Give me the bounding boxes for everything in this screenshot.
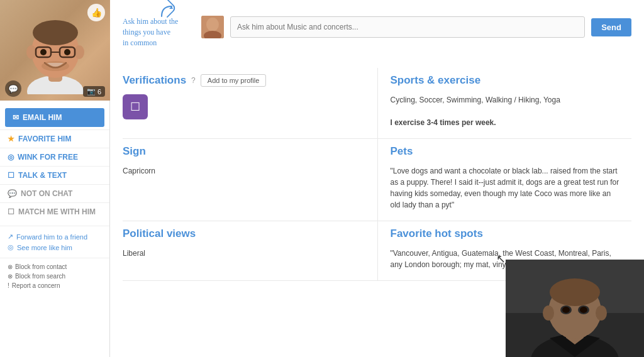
not-on-chat-button: 💬 NOT ON CHAT bbox=[0, 184, 109, 202]
photo-count[interactable]: 📷 6 bbox=[83, 86, 105, 97]
chat-bubble-icon: 💬 bbox=[5, 80, 21, 97]
svg-point-27 bbox=[580, 307, 587, 313]
political-content: Liberal bbox=[123, 248, 369, 259]
sign-section: Sign Capricorn bbox=[123, 139, 377, 221]
match-icon: ☐ bbox=[8, 207, 14, 216]
match-me-button: ☐ MATCH ME WITH HIM bbox=[0, 202, 109, 221]
svg-point-9 bbox=[40, 49, 47, 55]
political-section: Political views Liberal bbox=[123, 221, 377, 281]
verifications-header: Verifications ? Add to my profile bbox=[123, 74, 369, 87]
pets-section: Pets "Love dogs and want a chocolate or … bbox=[377, 139, 632, 221]
camera-feed bbox=[506, 260, 644, 357]
report-concern-link[interactable]: ! Report a concern bbox=[8, 281, 102, 290]
ask-avatar bbox=[201, 16, 224, 38]
sports-title: Sports & exercise bbox=[391, 74, 623, 87]
pets-title: Pets bbox=[391, 145, 623, 158]
profile-grid: Verifications ? Add to my profile ☐ Spor… bbox=[123, 68, 631, 281]
block-search-link[interactable]: ⊗ Block from search bbox=[8, 272, 102, 281]
star-icon: ★ bbox=[8, 135, 14, 143]
ask-section: Ask him about the things you have in com… bbox=[123, 6, 631, 57]
email-icon: ✉ bbox=[13, 113, 19, 122]
email-him-button[interactable]: ✉ EMAIL HIM bbox=[5, 108, 104, 127]
pets-content: "Love dogs and want a chocolate or black… bbox=[391, 165, 623, 211]
profile-photo[interactable]: 👍 💬 📷 6 bbox=[0, 0, 110, 101]
report-icon: ! bbox=[8, 282, 9, 289]
wink-icon: ◎ bbox=[8, 153, 14, 162]
ask-label: Ask him about the things you have in com… bbox=[123, 6, 195, 48]
block-contact-icon: ⊗ bbox=[8, 263, 13, 270]
svg-point-28 bbox=[550, 278, 600, 306]
ask-input[interactable] bbox=[230, 16, 585, 38]
sports-content: Cycling, Soccer, Swimming, Walking / Hik… bbox=[391, 94, 623, 128]
block-contact-link[interactable]: ⊗ Block from contact bbox=[8, 262, 102, 272]
sidebar-actions: ✉ EMAIL HIM ★ FAVORITE HIM ◎ WINK FOR FR… bbox=[0, 101, 109, 226]
wink-button[interactable]: ◎ WINK FOR FREE bbox=[0, 148, 109, 166]
svg-point-11 bbox=[42, 61, 69, 71]
svg-point-10 bbox=[64, 49, 70, 55]
verif-help-icon[interactable]: ? bbox=[191, 76, 196, 85]
talk-text-button[interactable]: ☐ TALK & TEXT bbox=[0, 166, 109, 184]
chat-off-icon: 💬 bbox=[8, 189, 17, 198]
svg-point-14 bbox=[206, 18, 219, 31]
sign-content: Capricorn bbox=[123, 165, 369, 177]
add-to-profile-button[interactable]: Add to my profile bbox=[201, 74, 267, 87]
sign-title: Sign bbox=[123, 145, 369, 158]
forward-icon: ↗ bbox=[8, 233, 13, 241]
svg-point-22 bbox=[543, 305, 554, 321]
favorite-him-button[interactable]: ★ FAVORITE HIM bbox=[0, 129, 109, 148]
sports-section: Sports & exercise Cycling, Soccer, Swimm… bbox=[377, 68, 632, 139]
like-icon[interactable]: 👍 bbox=[87, 4, 105, 21]
block-search-icon: ⊗ bbox=[8, 273, 13, 280]
political-title: Political views bbox=[123, 228, 369, 240]
verifications-section: Verifications ? Add to my profile ☐ bbox=[123, 68, 377, 139]
sidebar-links: ↗ Forward him to a friend ◎ See more lik… bbox=[0, 226, 109, 258]
svg-point-5 bbox=[74, 45, 84, 59]
svg-point-3 bbox=[33, 20, 78, 45]
svg-point-26 bbox=[562, 307, 570, 313]
svg-point-4 bbox=[26, 45, 36, 59]
see-more-like-link[interactable]: ◎ See more like him bbox=[8, 242, 102, 253]
more-like-icon: ◎ bbox=[8, 243, 14, 251]
sidebar: 👍 💬 📷 6 ✉ EMAIL HIM ★ FAVORITE HIM ◎ WIN… bbox=[0, 0, 110, 357]
forward-friend-link[interactable]: ↗ Forward him to a friend bbox=[8, 231, 102, 242]
send-button[interactable]: Send bbox=[591, 18, 631, 36]
sidebar-small-links: ⊗ Block from contact ⊗ Block from search… bbox=[0, 258, 109, 294]
svg-point-23 bbox=[596, 305, 607, 321]
hotspots-title: Favorite hot spots bbox=[391, 228, 623, 240]
phone-icon: ☐ bbox=[8, 171, 14, 180]
verification-badge: ☐ bbox=[123, 94, 148, 119]
